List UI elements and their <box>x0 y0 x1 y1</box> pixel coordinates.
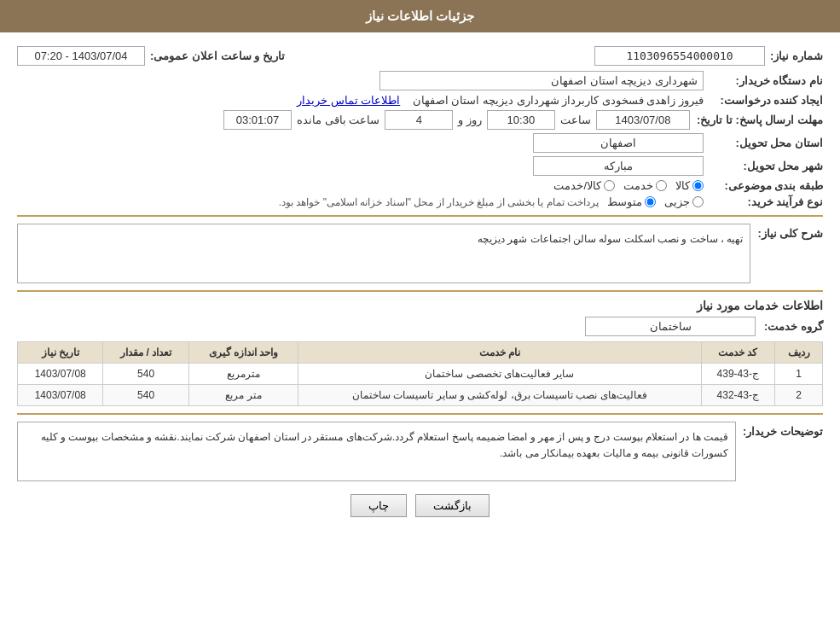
section-divider-2 <box>17 290 823 292</box>
buyer-notes-box: قیمت ها در استعلام بپوست درج و پس از مهر… <box>17 422 736 481</box>
print-button[interactable]: چاپ <box>350 494 407 517</box>
buyer-notes-label: توضیحات خریدار: <box>743 422 823 438</box>
description-row: شرح کلی نیاز: تهیه ، ساخت و نصب اسکلت سو… <box>17 224 823 283</box>
delivery-province-value: اصفهان <box>17 133 704 153</box>
category-kala-khedmat-label: کالا/خدمت <box>553 179 601 192</box>
purchase-motavast-option[interactable]: متوسط <box>607 195 656 208</box>
delivery-province-label: استان محل تحویل: <box>704 137 823 149</box>
col-service-code: کد خدمت <box>701 342 774 364</box>
purchase-jozyi-radio[interactable] <box>692 196 704 207</box>
category-khedmat-radio[interactable] <box>656 180 667 191</box>
cell-row-num: 2 <box>775 385 823 406</box>
category-kala-option[interactable]: کالا <box>675 179 704 192</box>
back-button[interactable]: بازگشت <box>415 494 490 517</box>
reply-deadline-value: 1403/07/08 ساعت 10:30 روز و 4 ساعت باقی … <box>17 110 690 130</box>
col-row-num: ردیف <box>775 342 823 364</box>
reply-time-label: ساعت <box>560 114 591 126</box>
description-box: تهیه ، ساخت و نصب اسکلت سوله سالن اجتماع… <box>17 224 750 283</box>
purchase-radio-group: جزیی متوسط <box>607 195 704 208</box>
category-kala-khedmat-radio[interactable] <box>604 180 615 191</box>
section-divider-1 <box>17 215 823 217</box>
category-row: طبقه بندی موضوعی: کالا خدمت کالا/خدمت <box>17 179 823 192</box>
cell-row-num: 1 <box>775 364 823 385</box>
services-section-title: اطلاعات خدمات مورد نیاز <box>17 299 823 312</box>
purchase-note: پرداخت تمام یا بخشی از مبلغ خریدار از مح… <box>279 196 599 208</box>
category-label: طبقه بندی موضوعی: <box>704 179 823 192</box>
creator-row: ایجاد کننده درخواست: فیروز زاهدی فسخودی … <box>17 94 823 107</box>
date-time-container: 1403/07/08 ساعت 10:30 روز و 4 ساعت باقی … <box>17 110 690 130</box>
section-divider-3 <box>17 413 823 415</box>
purchase-type-value: جزیی متوسط پرداخت تمام یا بخشی از مبلغ خ… <box>17 195 704 208</box>
cell-date: 1403/07/08 <box>18 364 103 385</box>
col-date: تاریخ نیاز <box>18 342 103 364</box>
reply-deadline-label: مهلت ارسال پاسخ: تا تاریخ: <box>690 114 823 126</box>
group-value-box: ساختمان <box>585 317 756 336</box>
cell-service-code: ج-43-432 <box>701 385 774 406</box>
category-value: کالا خدمت کالا/خدمت <box>17 179 704 192</box>
cell-quantity: 540 <box>103 385 188 406</box>
purchase-motavast-label: متوسط <box>607 195 642 208</box>
group-label: گروه خدمت: <box>756 320 823 333</box>
category-khedmat-option[interactable]: خدمت <box>623 179 667 192</box>
purchase-type-container: جزیی متوسط پرداخت تمام یا بخشی از مبلغ خ… <box>17 195 704 208</box>
services-table: ردیف کد خدمت نام خدمت واحد اندازه گیری ت… <box>17 341 823 406</box>
cell-service-code: ج-43-439 <box>701 364 774 385</box>
cell-service-name: سایر فعالیت‌های تخصصی ساختمان <box>298 364 701 385</box>
buyer-org-value: شهرداری دیزیچه استان اصفهان <box>17 71 704 90</box>
category-kala-khedmat-option[interactable]: کالا/خدمت <box>553 179 615 192</box>
cell-unit: متر مربع <box>188 385 298 406</box>
cell-unit: مترمربع <box>188 364 298 385</box>
purchase-jozyi-label: جزیی <box>664 195 690 208</box>
page-wrapper: جزئیات اطلاعات نیاز شماره نیاز: 11030965… <box>0 0 840 623</box>
creator-label: ایجاد کننده درخواست: <box>704 94 823 107</box>
buyer-notes-row: توضیحات خریدار: قیمت ها در استعلام بپوست… <box>17 422 823 481</box>
category-kala-label: کالا <box>675 179 690 192</box>
description-label: شرح کلی نیاز: <box>757 224 823 240</box>
group-row: گروه خدمت: ساختمان <box>17 317 823 336</box>
purchase-jozyi-option[interactable]: جزیی <box>664 195 704 208</box>
reply-days-box: 4 <box>385 110 453 130</box>
services-table-body: 1 ج-43-439 سایر فعالیت‌های تخصصی ساختمان… <box>18 364 823 406</box>
buyer-notes-content: قیمت ها در استعلام بپوست درج و پس از مهر… <box>17 422 736 481</box>
category-radio-group: کالا خدمت کالا/خدمت <box>17 179 704 192</box>
reply-days-label: روز و <box>458 114 482 126</box>
need-number-value: 1103096554000010 <box>594 46 765 66</box>
creator-text: فیروز زاهدی فسخودی کاربرداز شهرداری دیزی… <box>413 94 704 107</box>
page-title: جزئیات اطلاعات نیاز <box>366 9 474 23</box>
category-kala-radio[interactable] <box>692 180 704 191</box>
reply-time-box: 10:30 <box>487 110 555 130</box>
reply-remaining-label: ساعت باقی مانده <box>297 114 379 126</box>
buyer-org-box: شهرداری دیزیچه استان اصفهان <box>379 71 704 90</box>
purchase-type-label: نوع فرآیند خرید: <box>704 195 823 208</box>
main-content: شماره نیاز: 1103096554000010 تاریخ و ساع… <box>0 32 840 539</box>
description-text: تهیه ، ساخت و نصب اسکلت سوله سالن اجتماع… <box>478 233 743 245</box>
description-content: تهیه ، ساخت و نصب اسکلت سوله سالن اجتماع… <box>17 224 750 283</box>
delivery-city-row: شهر محل تحویل: مبارکه <box>17 156 823 176</box>
col-service-name: نام خدمت <box>298 342 701 364</box>
table-header-row: ردیف کد خدمت نام خدمت واحد اندازه گیری ت… <box>18 342 823 364</box>
cell-date: 1403/07/08 <box>18 385 103 406</box>
purchase-type-row: نوع فرآیند خرید: جزیی متوسط پرداخت تمام … <box>17 195 823 208</box>
contact-link[interactable]: اطلاعات تماس خریدار <box>297 94 400 107</box>
buyer-org-label: نام دستگاه خریدار: <box>704 74 823 87</box>
buyer-org-row: نام دستگاه خریدار: شهرداری دیزیچه استان … <box>17 71 823 90</box>
cell-service-name: فعالیت‌های نصب تاسیسات برق، لوله‌کشی و س… <box>298 385 701 406</box>
reply-remaining-box: 03:01:07 <box>223 110 292 130</box>
announce-date-value: 1403/07/04 - 07:20 <box>17 46 145 66</box>
table-row: 2 ج-43-432 فعالیت‌های نصب تاسیسات برق، ل… <box>18 385 823 406</box>
need-number-label: شماره نیاز: <box>770 49 823 62</box>
col-quantity: تعداد / مقدار <box>103 342 188 364</box>
creator-value: فیروز زاهدی فسخودی کاربرداز شهرداری دیزی… <box>17 94 704 107</box>
reply-deadline-row: مهلت ارسال پاسخ: تا تاریخ: 1403/07/08 سا… <box>17 110 823 130</box>
category-khedmat-label: خدمت <box>623 179 653 192</box>
buyer-notes-text: قیمت ها در استعلام بپوست درج و پس از مهر… <box>41 431 728 459</box>
col-unit: واحد اندازه گیری <box>188 342 298 364</box>
delivery-city-box: مبارکه <box>533 156 704 176</box>
announce-date-label: تاریخ و ساعت اعلان عمومی: <box>150 49 285 62</box>
table-row: 1 ج-43-439 سایر فعالیت‌های تخصصی ساختمان… <box>18 364 823 385</box>
purchase-motavast-radio[interactable] <box>645 196 656 207</box>
delivery-city-label: شهر محل تحویل: <box>704 160 823 172</box>
bottom-buttons: بازگشت چاپ <box>17 494 823 517</box>
announce-row: شماره نیاز: 1103096554000010 تاریخ و ساع… <box>17 46 823 66</box>
page-header: جزئیات اطلاعات نیاز <box>0 0 840 32</box>
